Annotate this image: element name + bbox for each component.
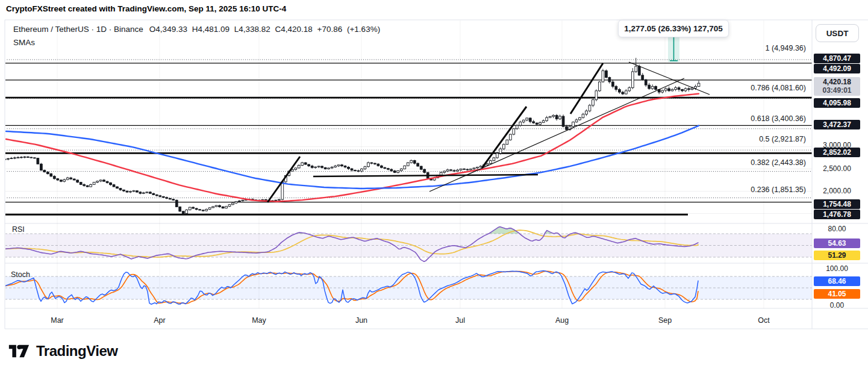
time-axis-month: Jun <box>355 316 367 325</box>
chart-canvas[interactable] <box>0 0 868 374</box>
main-price-label: 1,476.78 <box>814 210 860 219</box>
tradingview-logo[interactable]: TradingView <box>8 343 117 360</box>
fib-level-label: 0.382 (2,443.38) <box>751 158 806 167</box>
main-price-label: 3,472.37 <box>814 120 860 129</box>
stoch-indicator-label[interactable]: Stoch <box>11 270 30 279</box>
time-axis-month: May <box>252 316 266 325</box>
time-axis-month: Oct <box>758 316 769 325</box>
fib-level-label: 0.786 (4,081.60) <box>751 84 806 92</box>
fib-level-label: 0.618 (3,400.36) <box>751 114 806 123</box>
tradingview-screenshot: CryptoFXStreet created with TradingView.… <box>0 0 868 374</box>
stoch-price-label: 0.00 <box>814 301 860 310</box>
rsi-indicator-label[interactable]: RSI <box>12 225 25 234</box>
stoch-price-label: 41.05 <box>814 289 860 299</box>
smas-indicator-label[interactable]: SMAs <box>13 38 35 47</box>
rsi-price-label: 51.29 <box>814 251 860 260</box>
main-price-label: 2,500.00 <box>814 164 860 173</box>
ohlc-values: O4,349.33 H4,481.09 L4,338.82 C4,420.18 … <box>149 25 380 34</box>
main-price-label: 4,420.1803:49:01 <box>814 77 860 96</box>
rsi-price-label: 80.00 <box>814 224 860 234</box>
time-axis-month: Jul <box>455 316 465 325</box>
rsi-price-label: 54.63 <box>814 238 860 248</box>
stoch-price-label: 100.00 <box>814 264 860 273</box>
tradingview-logo-icon <box>8 343 30 360</box>
fib-level-label: 0.5 (2,921.87) <box>759 135 806 143</box>
tradingview-logo-text: TradingView <box>36 343 117 360</box>
symbol-title: Ethereum / TetherUS · 1D · Binance <box>13 25 143 34</box>
main-price-label: 2,000.00 <box>814 186 860 196</box>
main-price-label: 1,754.48 <box>814 199 860 209</box>
main-price-label: 4,492.09 <box>814 64 860 73</box>
stoch-price-label: 68.46 <box>814 276 860 286</box>
main-price-label: 4,095.98 <box>814 98 860 108</box>
time-axis-month: Apr <box>154 316 165 325</box>
measure-tooltip: 1,277.05 (26.33%) 127,705 <box>618 20 729 37</box>
time-axis-month: Sep <box>658 316 672 325</box>
main-price-label: 3,000.00 <box>814 140 860 150</box>
currency-toggle-button[interactable]: USDT <box>816 24 859 42</box>
fib-level-label: 0.236 (1,851.35) <box>751 185 806 194</box>
time-axis-month: Aug <box>555 316 569 325</box>
fib-level-label: 1 (4,949.36) <box>766 44 806 52</box>
time-axis-month: Mar <box>51 316 64 325</box>
symbol-ohlc-row[interactable]: Ethereum / TetherUS · 1D · BinanceO4,349… <box>13 25 380 34</box>
main-price-label: 4,870.47 <box>814 54 860 63</box>
